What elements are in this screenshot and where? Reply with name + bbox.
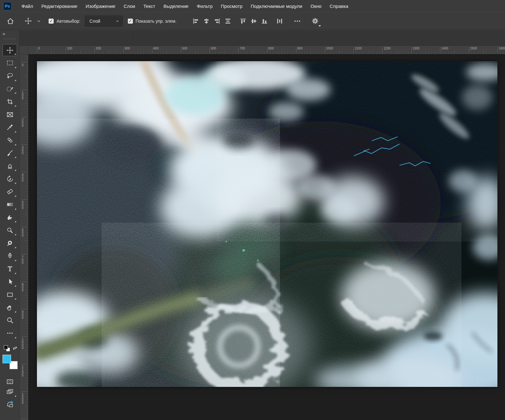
menu-item-1[interactable]: Файл bbox=[17, 0, 37, 12]
dodge-tool[interactable] bbox=[3, 224, 17, 236]
align-top-edges-button[interactable] bbox=[238, 15, 248, 27]
menu-item-4[interactable]: Слои bbox=[120, 0, 139, 12]
eyedropper-tool[interactable] bbox=[3, 121, 17, 133]
history-brush-tool[interactable] bbox=[3, 173, 17, 185]
h-ruler-label: 1500 bbox=[470, 47, 477, 50]
distribute-vertical-centers-button[interactable] bbox=[223, 15, 233, 27]
zoom-icon bbox=[6, 316, 14, 324]
brush-tool[interactable] bbox=[3, 147, 17, 159]
menu-item-3[interactable]: Изображение bbox=[81, 0, 120, 12]
align-horizontal-centers-button[interactable] bbox=[201, 15, 212, 27]
menu-item-10[interactable]: Окно bbox=[306, 0, 326, 12]
align-left-edges-button[interactable] bbox=[190, 15, 201, 27]
vertical-ruler[interactable]: 01 0 02 0 03 0 04 0 05 0 06 0 07 0 08 0 … bbox=[20, 54, 28, 420]
type-tool[interactable] bbox=[3, 263, 17, 275]
gradient-tool[interactable] bbox=[3, 199, 17, 211]
distribute-horizontal-centers-button[interactable] bbox=[274, 15, 285, 27]
canvas-pasteboard bbox=[28, 54, 505, 420]
hand-icon bbox=[6, 304, 14, 312]
more-options-button[interactable] bbox=[292, 15, 303, 27]
flyout-indicator-icon bbox=[15, 234, 16, 235]
distribute-horizontal-centers-icon bbox=[276, 17, 284, 25]
more-tools-tool[interactable] bbox=[3, 327, 17, 339]
align-right-edges-button[interactable] bbox=[212, 15, 223, 27]
align-left-edges-icon bbox=[192, 17, 200, 25]
menu-item-8[interactable]: Просмотр bbox=[217, 0, 247, 12]
share-image-button[interactable] bbox=[3, 398, 17, 410]
menu-item-9[interactable]: Подключаемые модули bbox=[247, 0, 306, 12]
flyout-indicator-icon bbox=[15, 272, 16, 274]
burn-icon bbox=[6, 239, 14, 247]
v-ruler-label: 1 0 0 bbox=[22, 91, 24, 100]
h-ruler-label: 600 bbox=[211, 47, 216, 50]
default-foreground-swatch bbox=[4, 345, 8, 349]
active-tool-button[interactable] bbox=[23, 15, 33, 27]
flyout-indicator-icon bbox=[15, 79, 16, 81]
v-ruler-label: 6 0 0 bbox=[22, 228, 24, 237]
distribute-vertical-centers-icon bbox=[224, 17, 232, 25]
menu-item-11[interactable]: Справка bbox=[326, 0, 353, 12]
rectangular-marquee-tool[interactable] bbox=[3, 57, 17, 69]
align-top-edges-icon bbox=[239, 17, 247, 25]
frame-tool[interactable] bbox=[3, 108, 17, 120]
auto-select-target-dropdown[interactable]: Слой bbox=[85, 15, 123, 26]
gradient-icon bbox=[6, 201, 14, 208]
h-ruler-label: 1000 bbox=[326, 47, 333, 50]
type-icon bbox=[6, 265, 14, 273]
menu-item-7[interactable]: Фильтр bbox=[193, 0, 217, 12]
horizontal-ruler[interactable]: 0100200300400500600700800900100011001200… bbox=[28, 46, 505, 54]
foreground-color-swatch[interactable] bbox=[3, 355, 11, 363]
auto-select-checkbox[interactable]: ✓ bbox=[49, 19, 54, 24]
v-ruler-label: 1 2 0 0 bbox=[22, 393, 24, 404]
h-ruler-label: 500 bbox=[182, 47, 187, 50]
menu-item-5[interactable]: Текст bbox=[139, 0, 159, 12]
menu-bar: Ps ФайлРедактированиеИзображениеСлоиТекс… bbox=[0, 0, 505, 12]
align-right-edges-icon bbox=[213, 17, 221, 25]
default-colors-button[interactable] bbox=[4, 345, 11, 352]
healing-brush-tool[interactable] bbox=[3, 134, 17, 146]
h-ruler-label: 400 bbox=[153, 47, 159, 50]
align-vertical-centers-button[interactable] bbox=[248, 15, 259, 27]
smudge-tool[interactable] bbox=[3, 211, 17, 223]
menu-item-6[interactable]: Выделение bbox=[159, 0, 193, 12]
zoom-tool[interactable] bbox=[3, 314, 17, 326]
flyout-indicator-icon bbox=[15, 105, 16, 107]
pen-tool[interactable] bbox=[3, 250, 17, 262]
v-ruler-label: 8 0 0 bbox=[22, 283, 24, 292]
clone-stamp-tool[interactable] bbox=[3, 160, 17, 172]
align-bottom-edges-button[interactable] bbox=[259, 15, 270, 27]
divider bbox=[288, 16, 289, 26]
v-ruler-label: 5 0 0 bbox=[22, 201, 24, 209]
flyout-indicator-icon bbox=[15, 169, 16, 171]
show-controls-checkbox[interactable]: ✓ bbox=[128, 19, 133, 24]
divider bbox=[19, 16, 20, 26]
history-brush-icon bbox=[6, 175, 14, 183]
selection-brush-tool[interactable] bbox=[3, 83, 17, 95]
eyedropper-icon bbox=[6, 123, 14, 131]
eraser-tool[interactable] bbox=[3, 186, 17, 198]
canvas-image[interactable] bbox=[37, 61, 497, 387]
burn-tool[interactable] bbox=[3, 237, 17, 249]
screen-mode-button[interactable] bbox=[3, 386, 17, 398]
h-ruler-label: 300 bbox=[125, 47, 130, 50]
menu-item-2[interactable]: Редактирование bbox=[37, 0, 81, 12]
move-tool[interactable] bbox=[3, 44, 17, 56]
home-button[interactable] bbox=[5, 15, 16, 27]
path-select-icon bbox=[6, 278, 14, 286]
tool-settings-button[interactable] bbox=[310, 15, 320, 27]
ruler-corner[interactable] bbox=[20, 46, 28, 54]
photoshop-logo[interactable]: Ps bbox=[3, 2, 12, 10]
crop-tool[interactable] bbox=[3, 96, 17, 108]
shape-tool[interactable] bbox=[3, 289, 17, 300]
document-tab-bar[interactable] bbox=[20, 30, 505, 46]
frame-icon bbox=[6, 111, 14, 119]
lasso-tool[interactable] bbox=[3, 70, 17, 82]
active-tool-dropdown-chevron[interactable] bbox=[33, 15, 44, 27]
flyout-indicator-icon bbox=[15, 311, 16, 312]
v-ruler-label: 1 0 0 0 bbox=[22, 338, 24, 349]
toolbar-grip[interactable] bbox=[4, 38, 16, 39]
swap-colors-button[interactable] bbox=[11, 345, 18, 352]
expand-toolbar-button[interactable]: » bbox=[3, 31, 5, 36]
path-select-tool[interactable] bbox=[3, 276, 17, 288]
hand-tool[interactable] bbox=[3, 301, 17, 313]
